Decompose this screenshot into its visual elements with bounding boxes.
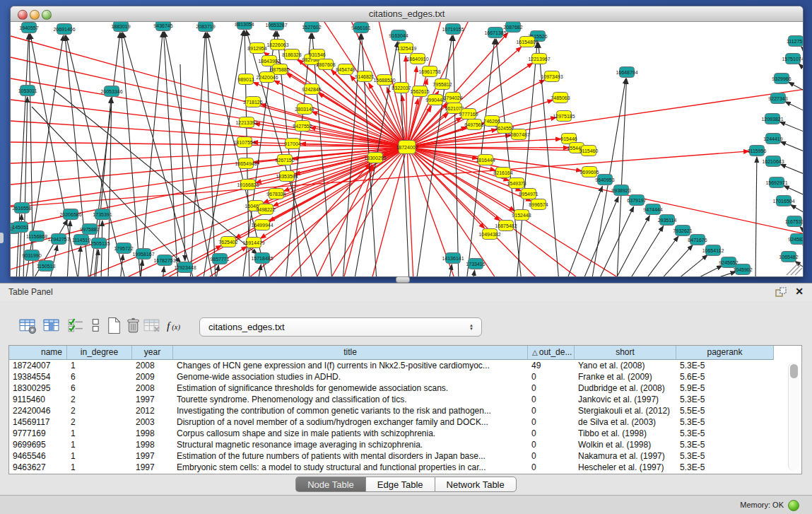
- table-row[interactable]: 946554611997Estimation of the future num…: [9, 450, 801, 462]
- graph-node[interactable]: 8216164: [493, 168, 512, 178]
- left-edge-grip[interactable]: [0, 233, 4, 243]
- network-canvas[interactable]: 1940557206914061883019943674520837198813…: [11, 22, 803, 276]
- graph-node[interactable]: 12942757: [47, 234, 69, 245]
- table-cell[interactable]: 9777169: [9, 428, 67, 439]
- scrollbar-thumb[interactable]: [790, 364, 798, 378]
- table-cell[interactable]: 6: [67, 371, 132, 382]
- graph-edge[interactable]: [566, 186, 602, 276]
- graph-node[interactable]: 8322037: [392, 83, 411, 93]
- graph-edge[interactable]: [755, 157, 757, 276]
- table-cell[interactable]: 0: [528, 382, 575, 394]
- table-cell[interactable]: 0: [528, 439, 575, 450]
- table-cell[interactable]: 5.3E-5: [676, 360, 774, 371]
- table-cell[interactable]: Tourette syndrome. Phenomenology and cla…: [173, 394, 528, 405]
- graph-node[interactable]: 9245832: [788, 234, 803, 245]
- table-cell[interactable]: Tibbo et al. (1998): [575, 428, 676, 439]
- graph-node[interactable]: 8813054: [235, 22, 254, 30]
- graph-node[interactable]: 9498222: [256, 204, 275, 215]
- graph-edge[interactable]: [628, 226, 664, 276]
- column-header-in_degree[interactable]: in_degree: [67, 346, 132, 360]
- table-cell[interactable]: 5.6E-5: [676, 371, 774, 382]
- table-cell[interactable]: Structural magnetic resonance image aver…: [173, 439, 528, 450]
- graph-edge[interactable]: [16, 34, 29, 276]
- graph-node[interactable]: 7955812: [433, 79, 452, 90]
- graph-node[interactable]: 17016504: [772, 196, 794, 206]
- table-cell[interactable]: 5.3E-5: [676, 462, 774, 473]
- table-cell[interactable]: 0: [528, 462, 575, 473]
- graph-node[interactable]: 1562615: [410, 86, 429, 97]
- network-graph[interactable]: 1940557206914061883019943674520837198813…: [11, 22, 803, 276]
- column-header-title[interactable]: title: [173, 346, 528, 360]
- table-cell[interactable]: Stergiakouli et al. (2012): [575, 405, 676, 416]
- graph-edge[interactable]: [785, 102, 803, 114]
- graph-node[interactable]: 2616558: [12, 203, 31, 214]
- column-header-year[interactable]: year: [132, 346, 173, 360]
- table-cell[interactable]: 1998: [132, 439, 173, 450]
- graph-node[interactable]: 9678334: [266, 189, 286, 199]
- table-cell[interactable]: Hescheler et al. (1997): [575, 462, 676, 473]
- graph-node[interactable]: 7485063: [551, 93, 570, 103]
- graph-node[interactable]: 1065482: [779, 252, 798, 262]
- graph-node[interactable]: 12093821: [761, 114, 783, 124]
- graph-node[interactable]: 16914479: [242, 238, 264, 248]
- graph-edge[interactable]: [407, 66, 417, 147]
- graph-node[interactable]: 1795722: [114, 243, 133, 254]
- graph-edge[interactable]: [407, 147, 803, 234]
- table-cell[interactable]: 1997: [132, 394, 173, 405]
- graph-node[interactable]: 10653287: [265, 22, 287, 30]
- table-cell[interactable]: 2012: [132, 405, 173, 416]
- table-cell[interactable]: Embryonic stem cells: a model to study s…: [173, 462, 528, 473]
- graph-edge[interactable]: [780, 164, 803, 177]
- graph-node[interactable]: 2803144: [295, 104, 314, 115]
- graph-node[interactable]: 8471676: [688, 235, 707, 245]
- graph-node[interactable]: 9146821: [355, 71, 374, 82]
- graph-edge[interactable]: [165, 32, 213, 276]
- new-document-icon[interactable]: [105, 316, 123, 334]
- graph-node[interactable]: 1053011: [18, 86, 37, 96]
- tab-network-table[interactable]: Network Table: [435, 477, 517, 492]
- graph-edge[interactable]: [286, 147, 407, 276]
- table-cell[interactable]: 1: [67, 450, 132, 462]
- table-columns-icon[interactable]: [42, 316, 61, 334]
- table-cell[interactable]: 0: [528, 450, 575, 462]
- graph-node[interactable]: 1045902: [733, 264, 752, 275]
- table-cell[interactable]: 2: [67, 416, 132, 428]
- tab-edge-table[interactable]: Edge Table: [365, 477, 435, 492]
- table-cell[interactable]: 2008: [132, 360, 173, 371]
- graph-edge[interactable]: [801, 47, 803, 57]
- graph-edge[interactable]: [659, 245, 693, 276]
- graph-node[interactable]: 1150518: [37, 261, 56, 271]
- table-cell[interactable]: 1: [67, 428, 132, 439]
- graph-node[interactable]: 16648794: [616, 67, 637, 78]
- graph-node[interactable]: 931546: [309, 49, 325, 60]
- graph-node[interactable]: 9474444: [643, 204, 662, 215]
- graph-node[interactable]: 1733416: [466, 259, 485, 269]
- table-cell[interactable]: 5.3E-5: [676, 428, 774, 439]
- float-window-icon[interactable]: [775, 287, 787, 297]
- column-header-name[interactable]: name: [9, 346, 67, 360]
- table-row[interactable]: 969969511998Structural magnetic resonanc…: [9, 439, 801, 450]
- table-cell[interactable]: Changes of HCN gene expression and I(f) …: [173, 360, 528, 371]
- graph-node[interactable]: 1167533: [785, 216, 803, 227]
- table-cell[interactable]: Dudbridge et al. (2008): [575, 382, 676, 394]
- graph-node[interactable]: 15718485: [251, 253, 273, 264]
- table-row[interactable]: 977716911998Corpus callosum shape and si…: [9, 428, 801, 439]
- graph-node[interactable]: 10494382: [478, 229, 500, 240]
- graph-node[interactable]: 9699695: [579, 167, 599, 177]
- graph-edge[interactable]: [164, 32, 178, 276]
- delete-trash-icon[interactable]: [124, 316, 142, 334]
- table-cell[interactable]: 9463627: [9, 462, 67, 473]
- table-cell[interactable]: 2008: [132, 382, 173, 394]
- table-cell[interactable]: 2: [67, 394, 132, 405]
- table-row[interactable]: 1456911722003Disruption of a novel membe…: [9, 416, 801, 428]
- graph-node[interactable]: 8186328: [282, 49, 301, 60]
- graph-edge[interactable]: [517, 42, 537, 276]
- graph-node[interactable]: 9640953: [595, 175, 614, 185]
- graph-edge[interactable]: [163, 267, 164, 276]
- graph-node[interactable]: 917004: [284, 139, 300, 149]
- graph-node[interactable]: 145051: [12, 222, 28, 233]
- graph-node[interactable]: 20691406: [53, 24, 75, 35]
- table-vertical-scrollbar[interactable]: [788, 363, 799, 471]
- graph-node[interactable]: 18107554: [233, 137, 255, 148]
- graph-node[interactable]: 9436745: [153, 22, 172, 31]
